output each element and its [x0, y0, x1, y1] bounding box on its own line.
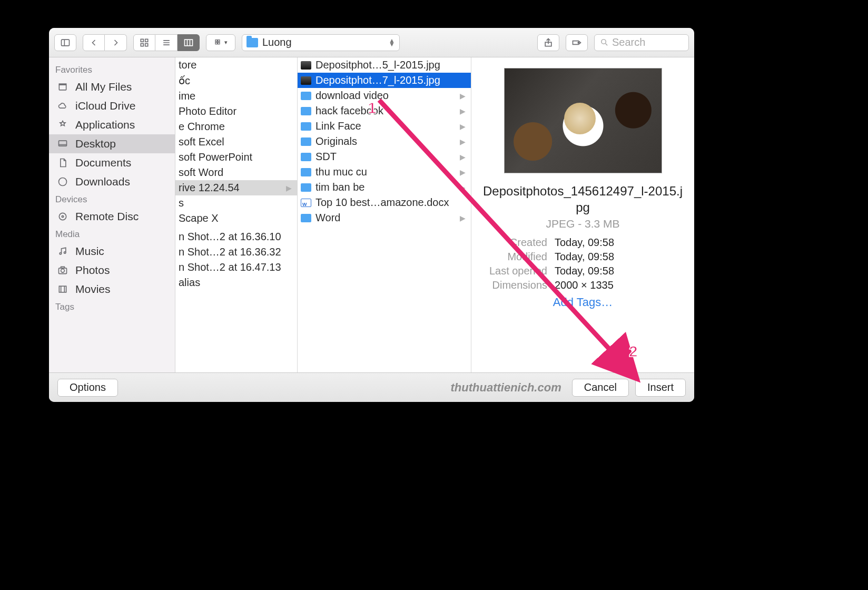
item-label: ốc	[179, 74, 190, 87]
movies-icon	[56, 284, 69, 294]
item-label: n Shot…2 at 16.36.10	[179, 231, 281, 243]
sidebar-item-label: Applications	[75, 119, 135, 131]
search-placeholder: Search	[612, 36, 645, 48]
svg-point-28	[64, 252, 66, 253]
list-item[interactable]: tore	[175, 57, 297, 73]
svg-rect-32	[59, 286, 66, 292]
sidebar-item-documents[interactable]: Documents	[49, 153, 175, 172]
sidebar-item-desktop[interactable]: Desktop	[49, 134, 175, 153]
cancel-button[interactable]: Cancel	[572, 379, 629, 397]
list-item[interactable]: n Shot…2 at 16.36.32	[175, 244, 297, 260]
watermark-text: thuthuattienich.com	[450, 381, 561, 395]
list-item[interactable]: Link Face▶	[298, 119, 471, 134]
preview-thumbnail	[504, 68, 662, 173]
list-item[interactable]: soft Excel	[175, 134, 297, 150]
sidebar-item-movies[interactable]: Movies	[49, 280, 175, 299]
chevron-right-icon: ▶	[460, 107, 466, 115]
button-label: Insert	[647, 381, 674, 394]
column-view-button[interactable]	[177, 34, 200, 51]
svg-rect-3	[145, 39, 148, 42]
sidebar-item-icloud-drive[interactable]: iCloud Drive	[49, 96, 175, 115]
item-label: Depositphot…7_l-2015.jpg	[315, 74, 440, 86]
list-item[interactable]: download video▶	[298, 88, 471, 103]
svg-rect-20	[59, 85, 66, 90]
sidebar-item-music[interactable]: Music	[49, 242, 175, 261]
sidebar-item-label: Desktop	[75, 137, 116, 150]
list-item[interactable]: Photo Editor	[175, 104, 297, 119]
sidebar-item-label: Movies	[75, 283, 111, 296]
sidebar-item-applications[interactable]: Applications	[49, 115, 175, 134]
item-label: tim ban be	[315, 181, 364, 193]
list-item[interactable]: SDT▶	[298, 149, 471, 164]
item-label: SDT	[315, 151, 337, 163]
item-label: Depositphot…5_l-2015.jpg	[315, 59, 440, 71]
list-item[interactable]: Word▶	[298, 210, 471, 225]
list-item[interactable]: n Shot…2 at 16.36.10	[175, 229, 297, 244]
list-item[interactable]: rive 12.24.54▶	[175, 180, 297, 195]
preview-filename: Depositphotos_145612497_l-2015.jpg	[479, 183, 687, 215]
svg-line-19	[606, 44, 608, 46]
chevron-right-icon: ▶	[460, 137, 466, 146]
chevron-right-icon: ▶	[460, 122, 466, 131]
button-label: Cancel	[584, 381, 617, 394]
tags-button[interactable]	[566, 34, 588, 51]
sidebar-item-label: All My Files	[75, 81, 132, 93]
disc-icon	[56, 211, 69, 222]
forward-button[interactable]	[105, 34, 127, 51]
list-item[interactable]: soft Word	[175, 165, 297, 180]
list-item[interactable]: n Shot…2 at 16.47.13	[175, 260, 297, 275]
list-item[interactable]: soft PowerPoint	[175, 150, 297, 165]
sidebar-item-all-my-files[interactable]: All My Files	[49, 77, 175, 96]
list-item[interactable]: e Chrome	[175, 119, 297, 134]
item-label: Link Face	[315, 120, 361, 132]
folder-icon	[301, 107, 311, 115]
sidebar-item-photos[interactable]: Photos	[49, 261, 175, 280]
add-tags-link[interactable]: Add Tags…	[479, 296, 687, 309]
dialog-footer: Options thuthuattienich.com Cancel Inser…	[49, 372, 694, 402]
current-folder-label: Luong	[262, 36, 292, 48]
item-label: soft Word	[179, 166, 223, 179]
list-item[interactable]: Depositphot…7_l-2015.jpg	[298, 73, 471, 88]
list-item[interactable]: Depositphot…5_l-2015.jpg	[298, 57, 471, 73]
list-item[interactable]: ốc	[175, 73, 297, 88]
options-button[interactable]: Options	[57, 379, 118, 397]
insert-button[interactable]: Insert	[635, 379, 686, 397]
folder-icon	[301, 214, 311, 222]
svg-rect-13	[218, 40, 219, 41]
sidebar-header-tags: Tags	[49, 299, 175, 314]
toolbar: ▾ Luong ▲▼ Search	[49, 28, 694, 57]
icon-view-button[interactable]	[133, 34, 155, 51]
search-input[interactable]: Search	[594, 34, 689, 51]
list-item[interactable]: s	[175, 195, 297, 211]
dialog-body: Favorites All My Files iCloud Drive Appl…	[49, 57, 694, 372]
folder-icon	[301, 122, 311, 131]
meta-label: Created	[479, 237, 547, 249]
list-item[interactable]: Top 10 best…amazone.docx	[298, 195, 471, 210]
list-item[interactable]: ime	[175, 88, 297, 104]
sidebar-toggle-button[interactable]	[54, 34, 76, 51]
item-label: alias	[179, 277, 200, 289]
list-item[interactable]: alias	[175, 275, 297, 290]
arrange-button[interactable]: ▾	[206, 34, 235, 51]
svg-point-27	[60, 253, 61, 254]
sidebar-item-downloads[interactable]: Downloads	[49, 172, 175, 191]
meta-value: Today, 09:58	[555, 251, 614, 263]
back-button[interactable]	[83, 34, 105, 51]
svg-point-17	[578, 42, 579, 43]
sidebar-item-label: Documents	[75, 156, 131, 169]
image-thumb-icon	[301, 76, 311, 85]
list-item[interactable]: hack facebook▶	[298, 103, 471, 119]
folder-icon	[301, 168, 311, 176]
sidebar-item-remote-disc[interactable]: Remote Disc	[49, 207, 175, 226]
path-dropdown[interactable]: Luong ▲▼	[242, 34, 400, 51]
list-item[interactable]: Scape X	[175, 211, 297, 226]
share-button[interactable]	[537, 34, 559, 51]
meta-value: 2000 × 1335	[555, 279, 614, 291]
list-view-button[interactable]	[155, 34, 177, 51]
chevron-right-icon: ▶	[460, 183, 466, 192]
svg-rect-4	[141, 43, 143, 46]
cloud-icon	[56, 101, 69, 111]
list-item[interactable]: tim ban be▶	[298, 180, 471, 195]
list-item[interactable]: thu muc cu▶	[298, 164, 471, 180]
list-item[interactable]: Originals▶	[298, 134, 471, 149]
